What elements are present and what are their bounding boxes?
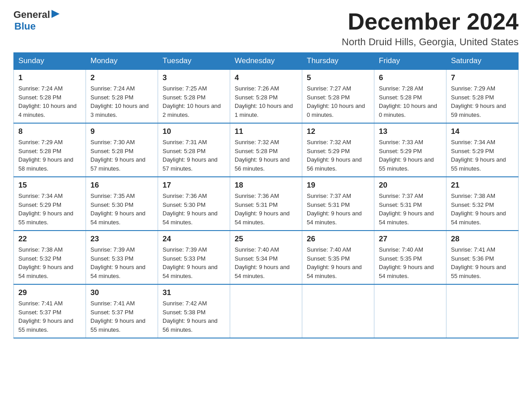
table-row: 25 Sunrise: 7:40 AM Sunset: 5:34 PM Dayl… bbox=[230, 231, 302, 284]
logo-blue: Blue bbox=[14, 21, 60, 32]
day-number: 12 bbox=[307, 127, 369, 136]
table-row: 26 Sunrise: 7:40 AM Sunset: 5:35 PM Dayl… bbox=[302, 231, 374, 284]
table-row: 28 Sunrise: 7:41 AM Sunset: 5:36 PM Dayl… bbox=[446, 231, 519, 284]
day-number: 1 bbox=[18, 73, 81, 82]
day-info: Sunrise: 7:41 AM Sunset: 5:36 PM Dayligh… bbox=[451, 245, 514, 280]
day-info: Sunrise: 7:36 AM Sunset: 5:31 PM Dayligh… bbox=[235, 192, 297, 227]
day-number: 25 bbox=[235, 235, 297, 244]
table-row: 1 Sunrise: 7:24 AM Sunset: 5:28 PM Dayli… bbox=[14, 69, 86, 123]
day-number: 24 bbox=[163, 235, 225, 244]
calendar-week-row: 1 Sunrise: 7:24 AM Sunset: 5:28 PM Dayli… bbox=[14, 69, 519, 123]
day-number: 19 bbox=[307, 181, 369, 190]
header-thursday: Thursday bbox=[302, 53, 374, 70]
table-row: 24 Sunrise: 7:39 AM Sunset: 5:33 PM Dayl… bbox=[158, 231, 230, 284]
day-info: Sunrise: 7:32 AM Sunset: 5:29 PM Dayligh… bbox=[307, 138, 369, 173]
table-row: 8 Sunrise: 7:29 AM Sunset: 5:28 PM Dayli… bbox=[14, 123, 86, 177]
calendar-week-row: 15 Sunrise: 7:34 AM Sunset: 5:29 PM Dayl… bbox=[14, 177, 519, 231]
table-row bbox=[446, 284, 519, 338]
day-info: Sunrise: 7:39 AM Sunset: 5:33 PM Dayligh… bbox=[90, 245, 153, 280]
table-row: 15 Sunrise: 7:34 AM Sunset: 5:29 PM Dayl… bbox=[14, 177, 86, 231]
day-info: Sunrise: 7:38 AM Sunset: 5:32 PM Dayligh… bbox=[18, 245, 81, 280]
day-info: Sunrise: 7:38 AM Sunset: 5:32 PM Dayligh… bbox=[451, 192, 514, 227]
day-number: 5 bbox=[307, 73, 369, 82]
calendar-week-row: 29 Sunrise: 7:41 AM Sunset: 5:37 PM Dayl… bbox=[14, 284, 519, 338]
day-number: 29 bbox=[18, 288, 81, 297]
day-info: Sunrise: 7:37 AM Sunset: 5:31 PM Dayligh… bbox=[379, 192, 442, 227]
day-number: 6 bbox=[379, 73, 442, 82]
table-row: 7 Sunrise: 7:29 AM Sunset: 5:28 PM Dayli… bbox=[446, 69, 519, 123]
day-number: 27 bbox=[379, 235, 442, 244]
day-number: 30 bbox=[90, 288, 153, 297]
day-number: 15 bbox=[18, 181, 81, 190]
day-info: Sunrise: 7:29 AM Sunset: 5:28 PM Dayligh… bbox=[451, 84, 514, 119]
header-wednesday: Wednesday bbox=[230, 53, 302, 70]
table-row: 30 Sunrise: 7:41 AM Sunset: 5:37 PM Dayl… bbox=[86, 284, 158, 338]
day-info: Sunrise: 7:33 AM Sunset: 5:29 PM Dayligh… bbox=[379, 138, 442, 173]
day-number: 4 bbox=[235, 73, 297, 82]
day-info: Sunrise: 7:39 AM Sunset: 5:33 PM Dayligh… bbox=[163, 245, 225, 280]
header-sunday: Sunday bbox=[14, 53, 86, 70]
day-info: Sunrise: 7:41 AM Sunset: 5:37 PM Dayligh… bbox=[90, 299, 153, 334]
day-number: 20 bbox=[379, 181, 442, 190]
day-number: 18 bbox=[235, 181, 297, 190]
table-row: 2 Sunrise: 7:24 AM Sunset: 5:28 PM Dayli… bbox=[86, 69, 158, 123]
calendar-week-row: 8 Sunrise: 7:29 AM Sunset: 5:28 PM Dayli… bbox=[14, 123, 519, 177]
table-row: 12 Sunrise: 7:32 AM Sunset: 5:29 PM Dayl… bbox=[302, 123, 374, 177]
table-row: 5 Sunrise: 7:27 AM Sunset: 5:28 PM Dayli… bbox=[302, 69, 374, 123]
day-info: Sunrise: 7:30 AM Sunset: 5:28 PM Dayligh… bbox=[90, 138, 153, 173]
table-row: 23 Sunrise: 7:39 AM Sunset: 5:33 PM Dayl… bbox=[86, 231, 158, 284]
day-info: Sunrise: 7:40 AM Sunset: 5:35 PM Dayligh… bbox=[307, 245, 369, 280]
location-title: North Druid Hills, Georgia, United State… bbox=[342, 36, 519, 48]
day-info: Sunrise: 7:26 AM Sunset: 5:28 PM Dayligh… bbox=[235, 84, 297, 119]
day-info: Sunrise: 7:42 AM Sunset: 5:38 PM Dayligh… bbox=[163, 299, 225, 334]
day-number: 2 bbox=[90, 73, 153, 82]
day-number: 31 bbox=[163, 288, 225, 297]
day-info: Sunrise: 7:31 AM Sunset: 5:28 PM Dayligh… bbox=[163, 138, 225, 173]
table-row: 18 Sunrise: 7:36 AM Sunset: 5:31 PM Dayl… bbox=[230, 177, 302, 231]
table-row bbox=[230, 284, 302, 338]
table-row: 20 Sunrise: 7:37 AM Sunset: 5:31 PM Dayl… bbox=[374, 177, 446, 231]
table-row: 9 Sunrise: 7:30 AM Sunset: 5:28 PM Dayli… bbox=[86, 123, 158, 177]
day-info: Sunrise: 7:40 AM Sunset: 5:34 PM Dayligh… bbox=[235, 245, 297, 280]
header-monday: Monday bbox=[86, 53, 158, 70]
day-info: Sunrise: 7:36 AM Sunset: 5:30 PM Dayligh… bbox=[163, 192, 225, 227]
day-info: Sunrise: 7:35 AM Sunset: 5:30 PM Dayligh… bbox=[90, 192, 153, 227]
day-info: Sunrise: 7:27 AM Sunset: 5:28 PM Dayligh… bbox=[307, 84, 369, 119]
table-row: 3 Sunrise: 7:25 AM Sunset: 5:28 PM Dayli… bbox=[158, 69, 230, 123]
day-number: 3 bbox=[163, 73, 225, 82]
table-row: 31 Sunrise: 7:42 AM Sunset: 5:38 PM Dayl… bbox=[158, 284, 230, 338]
svg-marker-0 bbox=[51, 10, 60, 18]
title-block: December 2024 North Druid Hills, Georgia… bbox=[342, 9, 519, 48]
day-info: Sunrise: 7:29 AM Sunset: 5:28 PM Dayligh… bbox=[18, 138, 81, 173]
table-row: 4 Sunrise: 7:26 AM Sunset: 5:28 PM Dayli… bbox=[230, 69, 302, 123]
day-number: 28 bbox=[451, 235, 514, 244]
day-info: Sunrise: 7:37 AM Sunset: 5:31 PM Dayligh… bbox=[307, 192, 369, 227]
header-friday: Friday bbox=[374, 53, 446, 70]
day-number: 14 bbox=[451, 127, 514, 136]
table-row: 21 Sunrise: 7:38 AM Sunset: 5:32 PM Dayl… bbox=[446, 177, 519, 231]
day-number: 17 bbox=[163, 181, 225, 190]
logo-arrow-icon bbox=[51, 10, 60, 18]
day-info: Sunrise: 7:24 AM Sunset: 5:28 PM Dayligh… bbox=[18, 84, 81, 119]
calendar-table: Sunday Monday Tuesday Wednesday Thursday… bbox=[13, 52, 519, 338]
day-number: 16 bbox=[90, 181, 153, 190]
day-number: 21 bbox=[451, 181, 514, 190]
table-row: 16 Sunrise: 7:35 AM Sunset: 5:30 PM Dayl… bbox=[86, 177, 158, 231]
header-saturday: Saturday bbox=[446, 53, 519, 70]
day-number: 23 bbox=[90, 235, 153, 244]
day-number: 22 bbox=[18, 235, 81, 244]
day-number: 10 bbox=[163, 127, 225, 136]
table-row bbox=[302, 284, 374, 338]
day-info: Sunrise: 7:28 AM Sunset: 5:28 PM Dayligh… bbox=[379, 84, 442, 119]
table-row: 6 Sunrise: 7:28 AM Sunset: 5:28 PM Dayli… bbox=[374, 69, 446, 123]
table-row: 22 Sunrise: 7:38 AM Sunset: 5:32 PM Dayl… bbox=[14, 231, 86, 284]
day-info: Sunrise: 7:24 AM Sunset: 5:28 PM Dayligh… bbox=[90, 84, 153, 119]
table-row: 27 Sunrise: 7:40 AM Sunset: 5:35 PM Dayl… bbox=[374, 231, 446, 284]
page-header: General Blue December 2024 North Druid H… bbox=[13, 9, 519, 48]
day-info: Sunrise: 7:25 AM Sunset: 5:28 PM Dayligh… bbox=[163, 84, 225, 119]
day-number: 26 bbox=[307, 235, 369, 244]
table-row: 17 Sunrise: 7:36 AM Sunset: 5:30 PM Dayl… bbox=[158, 177, 230, 231]
day-info: Sunrise: 7:41 AM Sunset: 5:37 PM Dayligh… bbox=[18, 299, 81, 334]
day-info: Sunrise: 7:40 AM Sunset: 5:35 PM Dayligh… bbox=[379, 245, 442, 280]
day-info: Sunrise: 7:32 AM Sunset: 5:28 PM Dayligh… bbox=[235, 138, 297, 173]
